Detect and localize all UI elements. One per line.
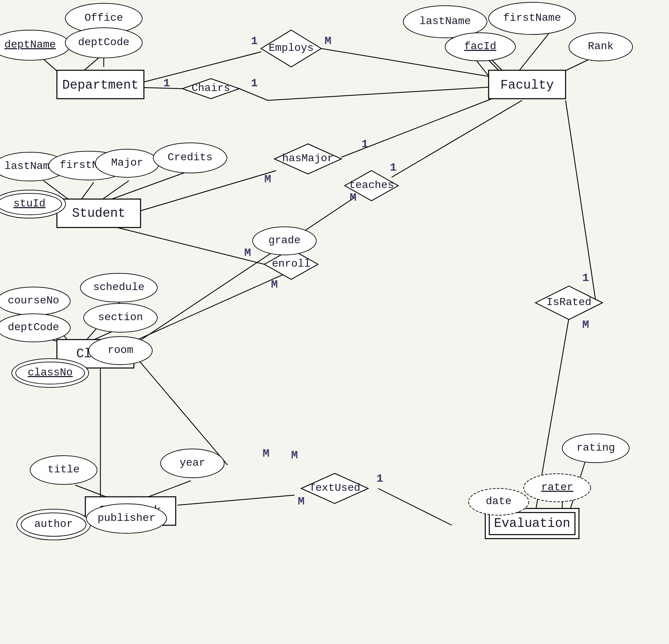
attr-office-text: Office — [84, 12, 123, 24]
attr-courseno-text: courseNo — [8, 295, 59, 307]
svg-line-6 — [239, 89, 268, 100]
card-employs-m: M — [325, 35, 331, 47]
svg-line-33 — [134, 355, 228, 465]
relation-employs-label: Employs — [269, 42, 314, 54]
attr-rater-text: rater — [541, 481, 573, 493]
attr-year-text: year — [180, 457, 205, 469]
svg-line-7 — [268, 87, 492, 100]
attr-rating-text: rating — [576, 442, 615, 454]
attr-lastname-stu-text: lastName — [4, 160, 56, 172]
attr-deptname-text: deptName — [4, 39, 56, 51]
attr-facid-text: facId — [464, 40, 496, 53]
attr-major-text: Major — [111, 157, 143, 169]
relation-teaches-label: teaches — [349, 179, 394, 191]
svg-line-25 — [134, 271, 291, 341]
relation-chairs-label: Chairs — [191, 82, 230, 94]
attr-publisher-text: publisher — [98, 512, 156, 524]
card-textused-tb: M — [298, 495, 304, 508]
relation-enroll-label: enroll — [272, 258, 310, 270]
attr-rank-text: Rank — [588, 40, 614, 53]
attr-classno-text: classNo — [28, 366, 73, 379]
card-teaches-fac: 1 — [390, 161, 397, 174]
card-employs-1: 1 — [251, 35, 258, 47]
attr-section-text: section — [98, 311, 143, 324]
card-israted-fac: 1 — [582, 272, 589, 284]
card-israted-eval: M — [582, 318, 589, 331]
card-teaches-cls: M — [350, 191, 356, 204]
attr-date-text: date — [486, 495, 512, 507]
attr-deptcode-dept-text: deptCode — [78, 36, 129, 48]
svg-line-40 — [177, 495, 295, 505]
svg-line-23 — [134, 197, 355, 345]
svg-line-3 — [144, 52, 261, 82]
attr-schedule-text: schedule — [93, 281, 145, 294]
svg-line-14 — [80, 182, 94, 201]
card-textused-cls: M — [291, 449, 298, 462]
relation-israted-label: IsRated — [546, 296, 592, 309]
card-hasmajor-fac: 1 — [361, 138, 368, 151]
attr-deptcode-cls-text: deptCode — [8, 321, 59, 333]
relation-hasmajor-label: hasMajor — [282, 152, 334, 164]
svg-line-39 — [144, 481, 191, 499]
svg-line-21 — [117, 228, 265, 264]
svg-line-42 — [566, 100, 596, 301]
card-class-textused: M — [263, 447, 269, 460]
card-chairs-dept: 1 — [163, 77, 170, 90]
attr-room-text: room — [108, 344, 133, 356]
entity-evaluation-label: Evaluation — [494, 516, 570, 531]
card-enroll-cls: M — [271, 278, 278, 291]
card-hasmajor-stu: M — [265, 173, 271, 186]
card-textused-eval: 1 — [376, 472, 383, 485]
attr-title-text: title — [47, 463, 80, 476]
svg-line-19 — [141, 171, 276, 211]
svg-line-9 — [515, 33, 549, 75]
attr-firstname-fac-text: firstName — [503, 12, 561, 24]
relation-textused-label: TextUsed — [309, 482, 360, 494]
attr-credits-text: Credits — [168, 151, 213, 163]
entity-faculty-label: Faculty — [500, 78, 554, 92]
card-chairs-fac: 1 — [251, 77, 258, 90]
svg-line-41 — [378, 488, 452, 525]
attr-author-text: author — [34, 518, 73, 530]
attr-lastname-fac-text: lastName — [419, 15, 471, 27]
attr-stuid-text: stuId — [13, 197, 45, 210]
entity-department-label: Department — [62, 78, 139, 92]
attr-grade-text: grade — [268, 234, 300, 246]
card-enroll-stu: M — [244, 246, 251, 259]
entity-student-label: Student — [72, 206, 126, 220]
